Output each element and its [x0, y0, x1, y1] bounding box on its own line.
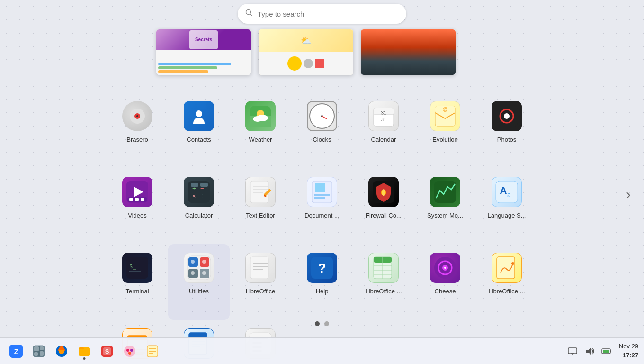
app-help[interactable]: ? Help [291, 244, 353, 320]
app-contacts[interactable]: Contacts [168, 92, 230, 168]
svg-text:?: ? [318, 261, 326, 275]
contacts-label: Contacts [187, 136, 211, 143]
svg-point-61 [191, 260, 195, 264]
svg-text:÷: ÷ [200, 192, 204, 200]
svg-rect-45 [314, 194, 330, 196]
svg-point-110 [124, 346, 135, 357]
libreoffice-icon [245, 253, 276, 283]
search-input[interactable] [258, 10, 399, 18]
screenshot-3[interactable] [361, 29, 456, 75]
document-icon [307, 177, 337, 207]
svg-point-62 [202, 260, 206, 264]
cheese-icon [430, 253, 460, 283]
utilities-label: Utilities [189, 288, 209, 295]
svg-point-25 [504, 113, 510, 119]
page-dot-2[interactable] [324, 321, 329, 326]
svg-point-63 [191, 271, 195, 275]
libreoffice-draw-icon [492, 253, 522, 283]
app-brasero[interactable]: Brasero [107, 92, 168, 168]
svg-point-82 [511, 262, 514, 265]
app-evolution[interactable]: @ Evolution [414, 92, 476, 168]
svg-text:A: A [500, 185, 507, 197]
app-calendar[interactable]: 31 31 Calendar [353, 92, 414, 168]
tray-battery-icon[interactable] [600, 345, 613, 358]
taskbar: Z S [0, 337, 644, 364]
svg-rect-81 [497, 257, 515, 279]
app-clocks[interactable]: Clocks [291, 92, 353, 168]
svg-rect-88 [189, 333, 207, 337]
search-icon [245, 9, 253, 18]
help-icon: ? [307, 253, 337, 283]
next-page-arrow[interactable]: › [622, 182, 635, 206]
terminal-icon: $_ [122, 253, 152, 283]
taskbar-software[interactable]: S [97, 341, 117, 362]
svg-rect-100 [34, 346, 39, 351]
svg-rect-46 [314, 197, 325, 199]
app-weather[interactable]: Weather [230, 92, 291, 168]
taskbar-kollect[interactable] [119, 341, 140, 362]
taskbar-right: Nov 29 17:27 [566, 342, 638, 359]
app-texteditor[interactable]: Text Editor [230, 168, 291, 244]
app-terminal[interactable]: $_ Terminal [107, 244, 168, 320]
terminal-label: Terminal [125, 288, 149, 295]
svg-rect-39 [250, 181, 268, 203]
texteditor-icon [245, 177, 276, 207]
tray-sound-icon[interactable] [583, 345, 596, 358]
clocks-label: Clocks [313, 136, 331, 143]
svg-text:Z: Z [14, 348, 18, 355]
svg-rect-101 [40, 346, 44, 350]
svg-rect-124 [610, 350, 611, 352]
calculator-icon: + − × ÷ [184, 177, 214, 207]
videos-icon [122, 177, 152, 207]
svg-point-5 [196, 110, 202, 117]
libreoffice-calc-icon [368, 253, 399, 283]
taskbar-firefox[interactable] [51, 341, 72, 362]
app-language[interactable]: A a Language S... [476, 168, 537, 244]
app-videos[interactable]: Videos [107, 168, 168, 244]
svg-text:31: 31 [381, 117, 386, 122]
videos-label: Videos [128, 212, 147, 219]
taskbar-zorin[interactable]: Z [6, 341, 27, 362]
svg-rect-29 [129, 198, 133, 201]
system-label: System Mo... [427, 212, 463, 219]
language-label: Language S... [488, 212, 526, 219]
app-libreoffice[interactable]: LibreOffice [230, 244, 291, 320]
svg-rect-38 [200, 183, 208, 187]
app-cheese[interactable]: Cheese [414, 244, 476, 320]
svg-rect-118 [568, 348, 577, 354]
taskbar-files[interactable] [74, 341, 95, 362]
photos-icon [492, 101, 522, 131]
svg-point-113 [128, 352, 131, 355]
clock-date: Nov 29 [619, 342, 638, 351]
photos-label: Photos [497, 136, 516, 143]
svg-rect-31 [141, 198, 144, 201]
svg-marker-122 [586, 348, 591, 355]
language-icon: A a [492, 177, 522, 207]
app-firewall[interactable]: Firewall Co... [353, 168, 414, 244]
app-libreoffice-calc[interactable]: LibreOffice ... [353, 244, 414, 320]
screenshot-1[interactable]: Secrets [156, 29, 251, 75]
app-system[interactable]: System Mo... [414, 168, 476, 244]
svg-point-112 [130, 349, 133, 352]
firewall-icon [368, 177, 399, 207]
taskbar-window-manager[interactable] [28, 341, 49, 362]
page-dots [315, 321, 329, 326]
app-libreoffice-draw[interactable]: LibreOffice ... [476, 244, 537, 320]
brasero-label: Brasero [126, 136, 148, 143]
weather-label: Weather [249, 136, 272, 143]
clocks-icon [307, 101, 337, 131]
screenshot-2[interactable]: ⛅ [259, 29, 353, 75]
app-photos[interactable]: Photos [476, 92, 537, 168]
svg-text:S: S [105, 348, 109, 355]
clock[interactable]: Nov 29 17:27 [619, 342, 638, 359]
app-calculator[interactable]: + − × ÷ Calculator [168, 168, 230, 244]
svg-line-1 [250, 14, 252, 16]
svg-rect-125 [603, 350, 609, 353]
page-dot-1[interactable] [315, 321, 320, 326]
texteditor-label: Text Editor [246, 212, 275, 219]
app-document[interactable]: Document ... [291, 168, 353, 244]
tray-screen-icon[interactable] [566, 345, 579, 358]
app-utilities[interactable]: Utilities [168, 244, 230, 320]
taskbar-notes[interactable] [142, 341, 163, 362]
svg-rect-37 [191, 183, 198, 187]
